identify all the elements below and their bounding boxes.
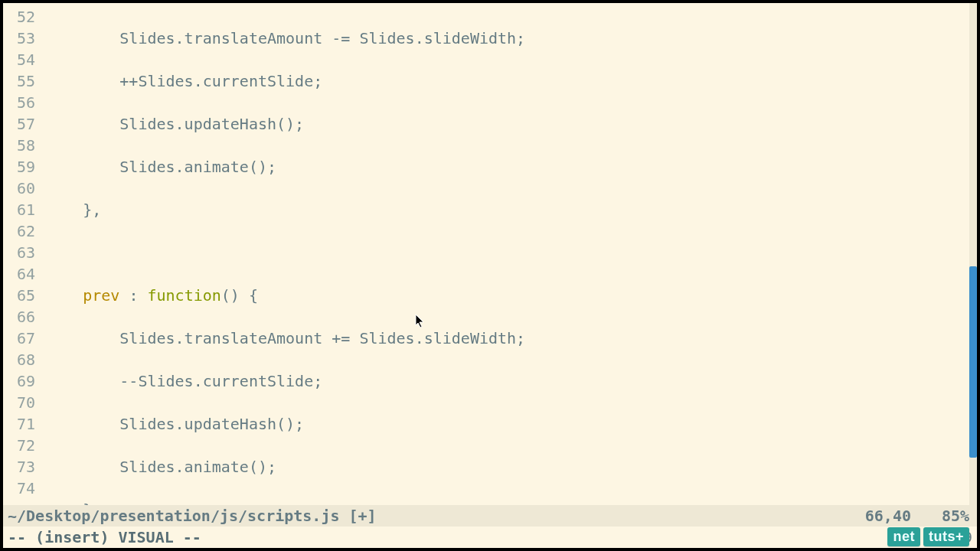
line-number: 55 xyxy=(3,70,35,92)
line-number: 71 xyxy=(3,413,35,435)
editor-mode: -- (insert) VISUAL -- xyxy=(8,527,946,548)
watermark-net: net xyxy=(887,527,920,546)
code-line: Slides.translateAmount += Slides.slideWi… xyxy=(46,328,977,349)
vertical-scrollbar[interactable] xyxy=(969,3,977,505)
command-line[interactable]: -- (insert) VISUAL -- 9 xyxy=(3,527,977,548)
line-number: 66 xyxy=(3,306,35,328)
line-number: 73 xyxy=(3,456,35,478)
code-line: prev : function() { xyxy=(46,285,977,306)
code-line: Slides.animate(); xyxy=(46,156,977,178)
line-number: 64 xyxy=(3,263,35,285)
line-number: 58 xyxy=(3,135,35,156)
code-line: Slides.updateHash(); xyxy=(46,113,977,135)
code-line: --Slides.currentSlide; xyxy=(46,370,977,392)
scroll-percent: 85% xyxy=(911,505,972,527)
line-number: 57 xyxy=(3,113,35,135)
line-number: 72 xyxy=(3,435,35,456)
line-number: 69 xyxy=(3,370,35,392)
editor-window: 52 53 54 55 56 57 58 59 60 61 62 63 64 6… xyxy=(3,3,977,548)
line-number: 65 xyxy=(3,285,35,306)
line-number: 62 xyxy=(3,220,35,242)
scrollbar-thumb[interactable] xyxy=(969,266,977,458)
code-content[interactable]: Slides.translateAmount -= Slides.slideWi… xyxy=(46,3,977,505)
code-line: Slides.animate(); xyxy=(46,456,977,478)
line-number: 74 xyxy=(3,478,35,499)
mouse-cursor-icon xyxy=(415,314,426,329)
code-line: ++Slides.currentSlide; xyxy=(46,70,977,92)
line-number: 56 xyxy=(3,92,35,113)
line-number: 67 xyxy=(3,328,35,349)
code-line xyxy=(46,242,977,263)
nettuts-watermark: net tuts+ xyxy=(887,527,969,546)
line-number: 52 xyxy=(3,6,35,28)
code-line: }, xyxy=(46,199,977,220)
line-number: 70 xyxy=(3,392,35,413)
line-number: 61 xyxy=(3,199,35,220)
editor-area[interactable]: 52 53 54 55 56 57 58 59 60 61 62 63 64 6… xyxy=(3,3,977,505)
line-number: 68 xyxy=(3,349,35,370)
status-bar: ~/Desktop/presentation/js/scripts.js [+]… xyxy=(3,505,977,527)
code-line: }, xyxy=(46,499,977,505)
line-number: 53 xyxy=(3,28,35,49)
watermark-tuts: tuts+ xyxy=(923,527,969,546)
line-number-gutter: 52 53 54 55 56 57 58 59 60 61 62 63 64 6… xyxy=(3,3,46,505)
line-number: 59 xyxy=(3,156,35,178)
line-number: 60 xyxy=(3,178,35,199)
line-number: 63 xyxy=(3,242,35,263)
file-path: ~/Desktop/presentation/js/scripts.js [+] xyxy=(8,505,804,527)
line-number: 54 xyxy=(3,49,35,70)
code-line: Slides.translateAmount -= Slides.slideWi… xyxy=(46,28,977,49)
cursor-position: 66,40 xyxy=(804,505,911,527)
code-line: Slides.updateHash(); xyxy=(46,413,977,435)
